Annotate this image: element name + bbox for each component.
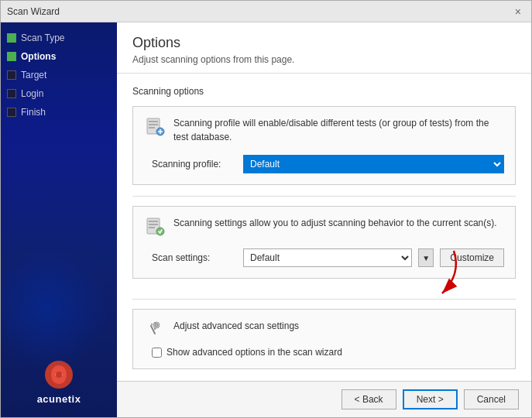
advanced-description: Adjust advanced scan settings	[173, 319, 299, 333]
advanced-checkbox[interactable]	[152, 348, 162, 358]
sidebar-item-options[interactable]: Options	[1, 47, 117, 66]
sidebar-item-target[interactable]: Target	[1, 66, 117, 84]
page-header: Options Adjust scanning options from thi…	[117, 22, 531, 74]
profile-label: Scanning profile:	[152, 159, 237, 170]
divider-1	[132, 196, 516, 197]
window: Scan Wizard × Scan Type Options Ta	[0, 0, 532, 418]
settings-description: Scanning settings allow you to adjust sc…	[173, 216, 497, 230]
advanced-checkbox-row: Show advanced options in the scan wizard	[152, 347, 504, 358]
profile-form-row: Scanning profile: Default Full Scan High…	[152, 155, 504, 173]
sidebar-indicator-login	[7, 89, 16, 98]
scan-settings-select[interactable]: Default Custom 1	[243, 248, 412, 267]
svg-rect-19	[151, 324, 153, 326]
settings-icon	[144, 216, 166, 238]
svg-point-20	[155, 324, 158, 327]
sidebar-indicator-finish	[7, 108, 16, 117]
sidebar-label-finish: Finish	[21, 107, 46, 118]
advanced-checkbox-label[interactable]: Show advanced options in the scan wizard	[166, 347, 342, 358]
sidebar-indicator-options	[7, 52, 16, 61]
close-button[interactable]: ×	[511, 5, 525, 19]
svg-rect-4	[149, 124, 158, 125]
svg-rect-5	[149, 127, 155, 128]
svg-rect-3	[149, 121, 158, 122]
footer: < Back Next > Cancel	[117, 381, 531, 417]
main-content: Options Adjust scanning options from thi…	[117, 22, 531, 417]
advanced-option-row: Adjust advanced scan settings	[144, 319, 504, 341]
profile-icon	[144, 116, 166, 138]
scanning-profile-select[interactable]: Default Full Scan High Risk Vulnerabilit…	[243, 155, 504, 173]
svg-rect-12	[149, 227, 155, 228]
sidebar-label-target: Target	[21, 70, 46, 81]
page-title: Options	[132, 35, 516, 51]
sidebar-label-options: Options	[21, 51, 56, 62]
svg-rect-18	[154, 328, 156, 330]
profile-svg-icon	[145, 117, 165, 137]
sidebar-item-login[interactable]: Login	[1, 84, 117, 103]
content-area: Scan Type Options Target Login	[1, 22, 531, 417]
svg-point-1	[56, 372, 62, 378]
profile-description: Scanning profile will enable/disable dif…	[173, 116, 504, 144]
sidebar-nav: Scan Type Options Target Login	[1, 22, 117, 351]
next-button[interactable]: Next >	[403, 389, 458, 409]
acunetix-logo-icon	[43, 359, 74, 390]
page-subtitle: Adjust scanning options from this page.	[132, 54, 516, 65]
scan-settings-label: Scan settings:	[152, 252, 237, 263]
svg-rect-17	[154, 322, 156, 324]
sidebar-item-finish[interactable]: Finish	[1, 103, 117, 122]
cancel-button[interactable]: Cancel	[464, 389, 519, 409]
advanced-settings-section: Adjust advanced scan settings Show advan…	[132, 309, 516, 369]
red-arrow-annotation	[400, 243, 477, 305]
sidebar-label-scan-type: Scan Type	[21, 33, 64, 43]
page-body: Scanning options	[117, 74, 531, 381]
advanced-icon	[144, 319, 166, 341]
svg-rect-11	[149, 224, 158, 225]
profile-option-row: Scanning profile will enable/disable dif…	[144, 116, 504, 144]
logo-text: acunetix	[37, 393, 81, 405]
scanning-profile-section: Scanning profile will enable/disable dif…	[132, 106, 516, 185]
advanced-svg-icon	[145, 320, 165, 340]
sidebar-indicator-scan-type	[7, 33, 16, 43]
svg-rect-10	[149, 221, 158, 222]
window-title: Scan Wizard	[7, 6, 60, 17]
settings-option-row: Scanning settings allow you to adjust sc…	[144, 216, 504, 238]
settings-svg-icon	[145, 217, 165, 237]
sidebar-label-login: Login	[21, 88, 43, 99]
back-button[interactable]: < Back	[342, 389, 396, 409]
sidebar-indicator-target	[7, 70, 16, 80]
title-bar: Scan Wizard ×	[1, 1, 531, 22]
sidebar-item-scan-type[interactable]: Scan Type	[1, 29, 117, 47]
sidebar-logo: acunetix	[1, 351, 117, 417]
sidebar: Scan Type Options Target Login	[1, 22, 117, 417]
section-title: Scanning options	[132, 86, 516, 97]
annotation-container	[132, 266, 516, 305]
